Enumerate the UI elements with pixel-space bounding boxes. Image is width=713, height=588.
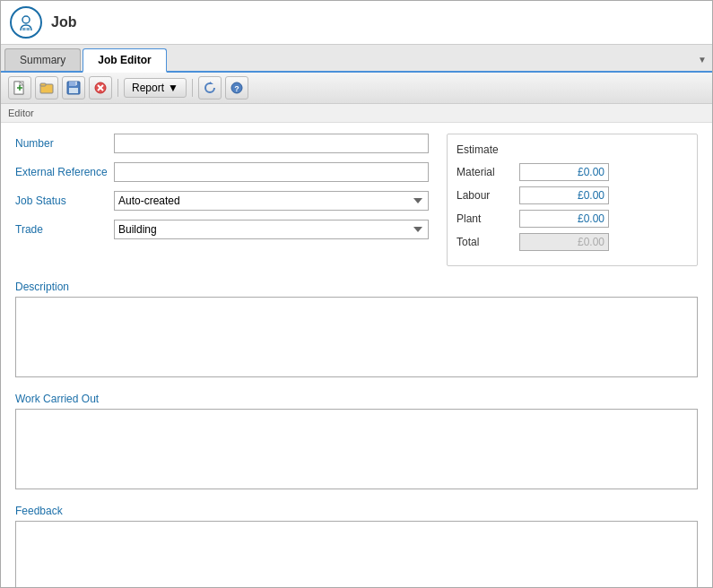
material-row: Material xyxy=(456,163,688,181)
trade-row: Trade Building Electrical Plumbing Carpe… xyxy=(15,220,429,239)
report-dropdown-icon: ▼ xyxy=(168,82,178,94)
external-ref-input[interactable] xyxy=(114,162,429,182)
total-row: Total xyxy=(456,233,688,251)
number-label: Number xyxy=(15,137,114,150)
svg-text:?: ? xyxy=(234,84,239,93)
help-button[interactable]: ? xyxy=(225,76,248,99)
trade-select[interactable]: Building Electrical Plumbing Carpentry xyxy=(114,220,429,239)
description-section: Description xyxy=(1,277,712,389)
report-button[interactable]: Report ▼ xyxy=(124,78,187,98)
svg-rect-9 xyxy=(75,82,77,85)
feedback-textarea[interactable] xyxy=(15,521,698,587)
number-input[interactable] xyxy=(114,134,429,153)
estimate-title: Estimate xyxy=(456,143,688,156)
work-carried-out-label: Work Carried Out xyxy=(15,393,698,405)
title-bar: Job xyxy=(1,1,712,45)
svg-rect-5 xyxy=(40,83,46,86)
toolbar-divider-2 xyxy=(192,79,193,97)
toolbar: Report ▼ ? xyxy=(1,73,712,104)
open-button[interactable] xyxy=(35,76,58,99)
feedback-label: Feedback xyxy=(15,505,698,517)
number-row: Number xyxy=(15,134,429,153)
tab-dropdown-arrow[interactable]: ▼ xyxy=(698,55,712,65)
app-icon xyxy=(10,6,42,39)
svg-rect-7 xyxy=(69,82,76,86)
estimate-box: Estimate Material Labour Plant Total xyxy=(447,134,698,266)
external-ref-label: External Reference xyxy=(15,166,114,178)
form-container: Number External Reference Job Status Aut… xyxy=(1,123,712,277)
main-window: Job Summary Job Editor ▼ xyxy=(0,0,713,588)
external-ref-row: External Reference xyxy=(15,162,429,182)
plant-row: Plant xyxy=(456,210,688,228)
work-carried-out-section: Work Carried Out xyxy=(1,389,712,501)
toolbar-divider-1 xyxy=(117,79,118,97)
material-value[interactable] xyxy=(519,163,609,181)
job-status-row: Job Status Auto-created Open Closed Pend… xyxy=(15,191,429,211)
refresh-button[interactable] xyxy=(198,76,222,99)
trade-label: Trade xyxy=(15,223,114,236)
svg-marker-13 xyxy=(210,82,213,84)
job-status-label: Job Status xyxy=(15,195,114,207)
work-carried-out-textarea[interactable] xyxy=(15,409,698,489)
material-label: Material xyxy=(456,166,519,178)
description-textarea[interactable] xyxy=(15,297,698,377)
feedback-section: Feedback xyxy=(1,501,712,587)
description-label: Description xyxy=(15,281,698,293)
svg-rect-8 xyxy=(69,88,78,93)
tab-summary[interactable]: Summary xyxy=(4,48,81,71)
cancel-button[interactable] xyxy=(89,76,112,99)
labour-value[interactable] xyxy=(519,186,609,204)
total-value xyxy=(519,233,609,251)
labour-row: Labour xyxy=(456,186,688,204)
save-button[interactable] xyxy=(62,76,85,99)
tab-job-editor[interactable]: Job Editor xyxy=(83,48,166,73)
job-status-select[interactable]: Auto-created Open Closed Pending xyxy=(114,191,429,211)
window-title: Job xyxy=(51,14,76,30)
tab-bar: Summary Job Editor ▼ xyxy=(1,45,712,73)
total-label: Total xyxy=(456,236,519,248)
content-area: Editor Number External Reference Job Sta… xyxy=(1,104,712,587)
editor-section-label: Editor xyxy=(1,104,712,123)
svg-point-0 xyxy=(22,16,30,23)
form-left: Number External Reference Job Status Aut… xyxy=(15,134,429,266)
new-button[interactable] xyxy=(8,76,31,99)
plant-label: Plant xyxy=(456,212,519,225)
plant-value[interactable] xyxy=(519,210,609,228)
labour-label: Labour xyxy=(456,189,519,202)
report-label: Report xyxy=(132,82,164,94)
